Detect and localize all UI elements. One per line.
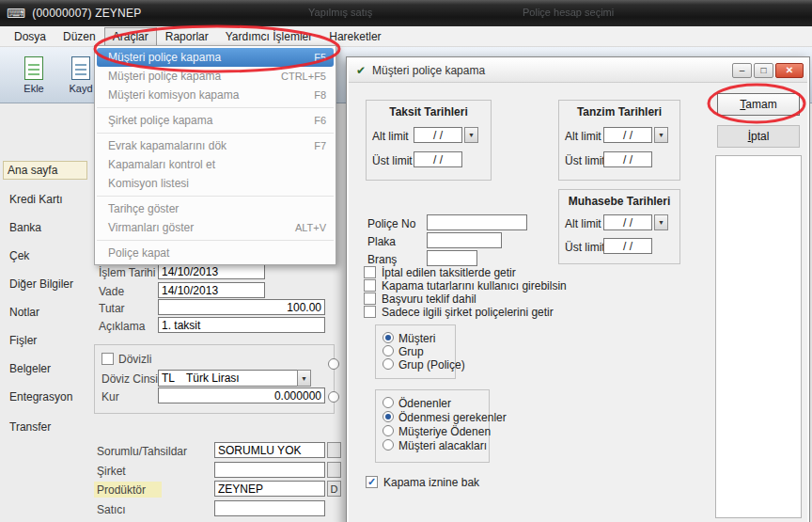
menu-hareketler[interactable]: Hareketler [320, 27, 389, 46]
dialog-titlebar[interactable]: ✔ Müşteri poliçe kapama – □ ✕ [349, 59, 807, 83]
menu-bar: Dosya Düzen Araçlar Raporlar Yardımcı İş… [0, 26, 812, 47]
sirket-label: Şirket [97, 465, 126, 478]
muhasebe-dropdown-arrow-icon[interactable]: ▼ [654, 214, 668, 230]
basvuru-teklif-checkbox[interactable] [364, 293, 376, 305]
close-icon[interactable]: ✕ [775, 63, 804, 78]
sidebar-item-diger-bilgiler[interactable]: Diğer Bilgiler [6, 275, 85, 293]
sidebar-item-transfer[interactable]: Transfer [6, 418, 85, 436]
sirket-lookup-button[interactable] [327, 462, 341, 478]
maximize-icon[interactable]: □ [754, 63, 773, 78]
tutar-label: Tutar [99, 302, 125, 315]
doviz-cinsi-combo[interactable]: TL Türk Lirası [158, 370, 311, 387]
sidebar-item-entegrasyon[interactable]: Entegrasyon [6, 388, 85, 406]
sadece-ilgili-sirket-checkbox[interactable] [364, 306, 376, 318]
tanzim-alt-limit-field[interactable]: / / [603, 127, 652, 143]
sidebar-item-notlar[interactable]: Notlar [6, 303, 85, 322]
dialog-check-icon: ✔ [356, 64, 366, 77]
kapama-tutarlari-checkbox[interactable] [364, 279, 376, 292]
menu-item-sirket-police-kapama[interactable]: Şirket poliçe kapamaF6 [95, 111, 336, 130]
taksit-ust-limit-field[interactable]: / / [414, 151, 462, 167]
tamam-button[interactable]: Tamam [717, 93, 800, 116]
musteriye-odenen-radio[interactable] [383, 425, 394, 436]
taksit-dropdown-arrow-icon[interactable]: ▼ [464, 127, 478, 143]
taksit-alt-limit-field[interactable]: / / [414, 127, 462, 143]
menu-yardimci-islemler[interactable]: Yardımcı İşlemler [217, 27, 320, 46]
iptal-button[interactable]: İptal [717, 125, 800, 148]
plaka-label: Plaka [367, 235, 396, 248]
menu-item-musteri-police-kapama-ctrlf5[interactable]: Müşteri poliçe kapamaCTRL+F5 [95, 67, 336, 86]
vade-label: Vade [99, 285, 124, 298]
brans-field[interactable] [427, 250, 477, 266]
plaka-field[interactable] [427, 232, 502, 248]
menu-dosya[interactable]: Dosya [6, 27, 55, 46]
kapama-iznine-bak-checkbox[interactable]: ✓ [366, 476, 378, 488]
menu-separator [97, 107, 334, 108]
dialog-title: Müşteri poliçe kapama [372, 64, 485, 77]
menu-duzen[interactable]: Düzen [55, 27, 104, 46]
tutar-field[interactable]: 100.00 [158, 299, 325, 315]
satici-label: Satıcı [97, 503, 126, 516]
iptal-edilen-checkbox[interactable] [364, 266, 376, 278]
sidebar-item-cek[interactable]: Çek [6, 246, 85, 265]
dialog-side-list[interactable] [715, 155, 802, 518]
menu-item-evrak-kapamalarini-dok[interactable]: Evrak kapamalarını dökF7 [95, 136, 336, 155]
sidebar-item-banka[interactable]: Banka [6, 218, 85, 237]
odenenler-radio[interactable] [383, 397, 394, 408]
menu-item-virmanlari-goster[interactable]: Virmanları gösterALT+V [95, 218, 336, 237]
vade-field[interactable]: 14/10/2013 [158, 282, 265, 298]
tanzim-tarihleri-title: Tanzim Tarihleri [559, 105, 679, 119]
sidebar-item-belgeler[interactable]: Belgeler [6, 359, 85, 378]
musteri-radio[interactable] [383, 332, 394, 343]
doviz-name: Türk Lirası [186, 372, 240, 385]
sorumlu-lookup-button[interactable] [327, 442, 341, 458]
kur-field[interactable]: 0.000000 [158, 388, 325, 403]
menu-item-police-kapat[interactable]: Poliçe kapat [95, 244, 336, 262]
sorumlu-label: Sorumlu/Tahsildar [97, 445, 187, 458]
taksit-tarihleri-group: Taksit Tarihleri Alt limit / / ▼ Üst lim… [366, 100, 492, 181]
minimize-icon[interactable]: – [732, 63, 752, 78]
menu-araclar[interactable]: Araçlar [104, 27, 157, 46]
satici-field[interactable] [214, 500, 325, 516]
partial-radio-2[interactable] [328, 391, 339, 403]
sidebar-item-kredi-karti[interactable]: Kredi Kartı [6, 190, 85, 209]
islem-tarihi-field[interactable]: 14/10/2013 [158, 263, 265, 279]
save-button-label: Kayd [69, 83, 92, 94]
add-document-icon [24, 56, 43, 80]
menu-item-komisyon-listesi[interactable]: Komisyon listesi [95, 174, 336, 193]
save-document-icon [71, 56, 90, 80]
grup-police-radio[interactable] [383, 358, 394, 370]
muhasebe-ust-limit-field[interactable]: / / [603, 238, 652, 254]
window-titlebar[interactable]: ⌨ (00000007) ZEYNEP Yapılmış satış Poliç… [0, 0, 812, 26]
menu-separator [97, 196, 334, 197]
partial-radio-1[interactable] [328, 358, 339, 370]
grup-radio[interactable] [383, 345, 394, 356]
menu-item-tarihce-goster[interactable]: Tarihçe göster [95, 199, 336, 218]
menu-item-kapamalari-kontrol-et[interactable]: Kapamaları kontrol et [95, 155, 336, 174]
tanzim-dropdown-arrow-icon[interactable]: ▼ [654, 127, 668, 143]
menu-raporlar[interactable]: Raporlar [157, 27, 217, 46]
police-no-field[interactable] [427, 214, 527, 230]
muhasebe-tarihleri-title: Muhasebe Tarihleri [559, 195, 679, 208]
police-no-label: Poliçe No [367, 217, 415, 230]
tanzim-tarihleri-group: Tanzim Tarihleri Alt limit / / ▼ Üst lim… [558, 100, 680, 181]
sidebar-item-fisler[interactable]: Fişler [6, 331, 85, 350]
tanzim-ust-limit-field[interactable]: / / [603, 151, 652, 167]
sidebar-item-ana-sayfa[interactable]: Ana sayfa [3, 161, 87, 180]
produktor-field[interactable]: ZEYNEP [214, 481, 325, 497]
aciklama-label: Açıklama [99, 320, 145, 333]
odenmesi-gerekenler-radio[interactable] [383, 411, 394, 422]
menu-separator [97, 240, 334, 241]
dovizli-checkbox[interactable] [102, 353, 114, 365]
menu-item-musteri-komisyon-kapama[interactable]: Müşteri komisyon kapamaF8 [95, 86, 336, 104]
doviz-dropdown-arrow-icon[interactable]: ▼ [297, 370, 311, 387]
aciklama-field[interactable]: 1. taksit [158, 317, 325, 333]
menu-item-musteri-police-kapama-f5[interactable]: Müşteri poliçe kapamaF5 [97, 48, 334, 67]
sorumlu-field[interactable]: SORUMLU YOK [214, 442, 325, 458]
muhasebe-alt-limit-field[interactable]: / / [603, 214, 652, 230]
add-button[interactable]: Ekle [11, 49, 56, 101]
brans-label: Branş [367, 253, 397, 266]
musteri-alacaklari-radio[interactable] [383, 439, 394, 451]
produktor-lookup-button[interactable]: D [327, 481, 341, 497]
sirket-field[interactable] [214, 462, 325, 478]
musteri-police-kapama-dialog: ✔ Müşteri poliçe kapama – □ ✕ Tamam İpta… [346, 56, 810, 522]
